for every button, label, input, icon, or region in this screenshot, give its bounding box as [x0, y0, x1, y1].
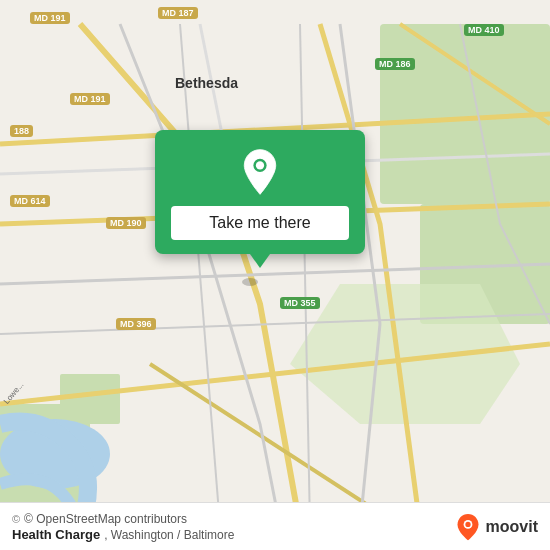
road-label-md190: MD 190: [106, 217, 146, 229]
bottom-bar: © © OpenStreetMap contributors Health Ch…: [0, 502, 550, 550]
attribution-label: © OpenStreetMap contributors: [24, 512, 187, 526]
road-label-md410: MD 410: [464, 24, 504, 36]
moovit-pin-icon: [454, 513, 482, 541]
copyright-icon: ©: [12, 513, 20, 525]
map-card: Take me there: [155, 130, 365, 254]
road-label-md614: MD 614: [10, 195, 50, 207]
take-me-there-button[interactable]: Take me there: [171, 206, 349, 240]
location-title: Health Charge: [12, 527, 100, 542]
location-pin-icon: [236, 148, 284, 196]
map-roads-svg: [0, 0, 550, 550]
svg-point-7: [256, 161, 264, 169]
map-container: Bethesda MD 191 MD 187 MD 410 MD 186 MD …: [0, 0, 550, 550]
svg-point-10: [465, 521, 470, 526]
moovit-brand-label: moovit: [486, 518, 538, 536]
road-label-md191-top: MD 191: [30, 12, 70, 24]
road-label-md186: MD 186: [375, 58, 415, 70]
road-label-md355: MD 355: [280, 297, 320, 309]
copyright-text: © © OpenStreetMap contributors: [12, 512, 234, 526]
road-label-188: 188: [10, 125, 33, 137]
location-subtitle: , Washington / Baltimore: [104, 528, 234, 542]
road-label-md396: MD 396: [116, 318, 156, 330]
place-pin-shadow: [240, 272, 260, 292]
road-label-md187: MD 187: [158, 7, 198, 19]
moovit-logo: moovit: [454, 513, 538, 541]
city-label-bethesda: Bethesda: [175, 75, 238, 91]
svg-point-8: [242, 278, 258, 286]
road-label-md191-mid: MD 191: [70, 93, 110, 105]
svg-rect-3: [60, 374, 120, 424]
